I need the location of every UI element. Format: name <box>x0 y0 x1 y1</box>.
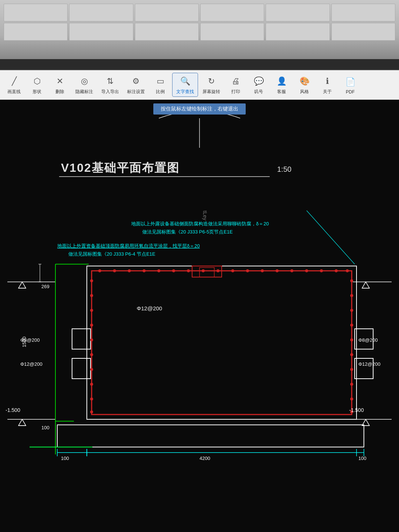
svg-text:Φ12@200: Φ12@200 <box>137 305 162 311</box>
toolbar-screen-rotate[interactable]: ↻ 屏幕旋转 <box>199 73 224 96</box>
ceiling-tile <box>266 4 330 21</box>
svg-point-61 <box>90 410 93 413</box>
ceiling-tile <box>266 23 330 41</box>
shape-icon: ⬡ <box>30 75 44 88</box>
svg-rect-75 <box>57 425 364 447</box>
svg-point-58 <box>90 368 93 371</box>
svg-point-33 <box>231 269 234 272</box>
svg-text:-1.500: -1.500 <box>349 407 364 413</box>
drawing-svg: 地面以上外露设备基础侧面防腐构造做法采用聊聊砖防腐，δ＝20 做法见国标图集《2… <box>0 100 399 532</box>
print-label: 打印 <box>231 89 240 95</box>
toolbar-pdf[interactable]: 📄 PDF <box>339 74 361 96</box>
svg-point-40 <box>335 269 338 272</box>
import-export-label: 导入导出 <box>101 89 119 95</box>
svg-text:Φ12@200: Φ12@200 <box>358 361 381 367</box>
canvas-area[interactable]: 按住鼠标左键绘制标注，右键退出 地面以上外露设备基础侧面防腐构造做法采用聊聊砖防… <box>0 100 399 532</box>
svg-text:100: 100 <box>61 456 69 461</box>
ceiling-tile <box>200 23 264 41</box>
svg-text:4200: 4200 <box>200 456 210 461</box>
svg-text:1:50: 1:50 <box>277 165 291 173</box>
svg-point-24 <box>98 269 101 272</box>
draw-line-label: 画直线 <box>7 89 21 95</box>
toolbar-import-export[interactable]: ⇅ 导入导出 <box>98 73 123 96</box>
ceiling-tile <box>69 4 133 21</box>
toolbar-style[interactable]: 🎨 风格 <box>293 73 316 96</box>
svg-point-45 <box>350 324 353 327</box>
svg-text:V102基础平面布置图: V102基础平面布置图 <box>61 161 180 174</box>
callout-label: 叽号 <box>254 89 263 95</box>
toolbar-callout[interactable]: 💬 叽号 <box>248 73 270 96</box>
svg-point-32 <box>216 269 219 272</box>
svg-point-28 <box>157 269 160 272</box>
ceiling-tiles <box>0 0 399 44</box>
ceiling-tile <box>135 4 199 21</box>
svg-point-27 <box>143 269 146 272</box>
about-icon: ℹ <box>321 75 334 88</box>
svg-text:-1.500: -1.500 <box>6 407 20 413</box>
style-icon: 🎨 <box>298 75 311 88</box>
svg-text:100: 100 <box>41 425 50 430</box>
svg-point-60 <box>90 398 93 400</box>
status-text: 按住鼠标左键绘制标注，右键退出 <box>161 106 238 112</box>
hide-mark-icon: ◎ <box>78 75 91 88</box>
svg-marker-11 <box>362 282 369 288</box>
ceiling-tile <box>200 4 264 21</box>
svg-point-48 <box>350 368 353 371</box>
pdf-label: PDF <box>346 89 355 95</box>
print-icon: 🖨 <box>229 75 242 88</box>
customer-icon: 👤 <box>275 75 288 88</box>
svg-point-55 <box>90 324 93 327</box>
svg-text:做法见国标图集《20 J333 P6-5页节点E1E: 做法见国标图集《20 J333 P6-5页节点E1E <box>142 229 233 235</box>
toolbar: ╱ 画直线 ⬡ 形状 ✕ 删除 ◎ 隐藏标注 ⇅ 导入导出 ⚙ 标注设置 ▭ 比… <box>0 70 399 100</box>
svg-text:100: 100 <box>358 456 366 461</box>
svg-point-39 <box>320 269 323 272</box>
toolbar-hide-mark[interactable]: ◎ 隐藏标注 <box>72 73 97 96</box>
pdf-icon: 📄 <box>344 75 357 89</box>
text-find-icon: 🔍 <box>178 75 192 88</box>
monitor-bezel <box>0 59 399 70</box>
toolbar-scale[interactable]: ▭ 比例 <box>149 73 171 96</box>
svg-text:做法见国标图集《20 J333 P6-4 节点E1E: 做法见国标图集《20 J333 P6-4 节点E1E <box>68 251 156 257</box>
ceiling-tile <box>135 23 199 41</box>
ceiling-tile <box>331 4 395 21</box>
svg-point-54 <box>90 309 93 312</box>
toolbar-text-find[interactable]: 🔍 文字查找 <box>172 73 198 97</box>
text-find-label: 文字查找 <box>176 89 194 95</box>
svg-point-26 <box>128 269 131 272</box>
svg-text:269: 269 <box>41 284 50 289</box>
svg-point-44 <box>350 309 353 312</box>
svg-point-42 <box>350 279 353 282</box>
svg-marker-68 <box>18 419 26 426</box>
svg-point-31 <box>202 269 205 272</box>
toolbar-mark-settings[interactable]: ⚙ 标注设置 <box>123 73 149 96</box>
svg-point-30 <box>187 269 190 272</box>
svg-point-49 <box>350 383 353 386</box>
svg-point-35 <box>261 269 264 272</box>
status-bar: 按住鼠标左键绘制标注，右键退出 <box>153 103 246 115</box>
toolbar-about[interactable]: ℹ 关于 <box>316 73 338 96</box>
screen-rotate-icon: ↻ <box>205 75 218 88</box>
toolbar-delete[interactable]: ✕ 删除 <box>49 73 71 96</box>
svg-point-46 <box>350 338 353 341</box>
svg-text:地面以上外置资备基础顶面防腐易用环氧自流平涂层，找平层δ＝2: 地面以上外置资备基础顶面防腐易用环氧自流平涂层，找平层δ＝20 <box>57 243 200 249</box>
scale-icon: ▭ <box>154 75 167 88</box>
svg-line-6 <box>307 211 355 264</box>
callout-icon: 💬 <box>252 75 265 88</box>
svg-point-41 <box>346 269 349 272</box>
svg-point-25 <box>113 269 116 272</box>
toolbar-print[interactable]: 🖨 打印 <box>225 73 247 96</box>
toolbar-customer[interactable]: 👤 客服 <box>270 73 293 96</box>
svg-rect-20 <box>72 329 91 349</box>
toolbar-draw-line[interactable]: ╱ 画直线 <box>3 73 25 96</box>
mark-settings-label: 标注设置 <box>127 89 145 95</box>
mark-settings-icon: ⚙ <box>129 75 143 88</box>
svg-point-36 <box>276 269 279 272</box>
svg-point-50 <box>350 398 353 400</box>
ceiling-area <box>0 0 399 59</box>
ceiling-tile <box>69 23 133 41</box>
toolbar-shape[interactable]: ⬡ 形状 <box>26 73 48 96</box>
svg-text:Φ8@200: Φ8@200 <box>358 337 378 343</box>
svg-marker-8 <box>18 282 26 288</box>
svg-point-56 <box>90 338 93 341</box>
svg-point-57 <box>90 353 93 356</box>
